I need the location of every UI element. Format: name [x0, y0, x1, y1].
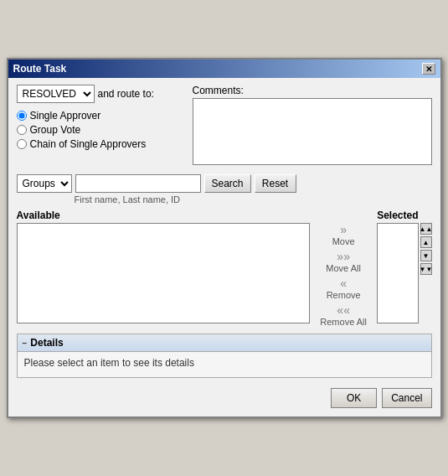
search-hint: First name, Last name, ID: [75, 194, 432, 204]
move-all-arrow: »»: [337, 250, 350, 263]
collapse-icon: −: [23, 339, 28, 348]
radio-chain[interactable]: Chain of Single Approvers: [17, 138, 184, 150]
route-task-dialog: Route Task ✕ RESOLVED PENDING APPROVED a…: [7, 58, 442, 418]
search-input[interactable]: [75, 174, 201, 193]
scroll-down-button[interactable]: ▼: [420, 250, 432, 261]
radio-group: Single Approver Group Vote Chain of Sing…: [17, 110, 184, 150]
resolve-select[interactable]: RESOLVED PENDING APPROVED: [17, 85, 95, 103]
radio-single-label: Single Approver: [30, 110, 101, 122]
right-panel: Comments:: [193, 85, 432, 168]
close-button[interactable]: ✕: [422, 63, 435, 75]
and-route-label: and route to:: [98, 88, 154, 100]
radio-single-approver[interactable]: Single Approver: [17, 110, 184, 122]
reset-button[interactable]: Reset: [255, 174, 296, 193]
selected-list[interactable]: [377, 223, 418, 323]
selected-label: Selected: [377, 210, 418, 221]
radio-chain-label: Chain of Single Approvers: [30, 138, 147, 150]
dialog-title: Route Task: [13, 63, 67, 75]
scroll-up-button[interactable]: ▲: [420, 236, 432, 248]
move-all-label: Move All: [326, 263, 361, 273]
move-label: Move: [332, 236, 355, 246]
search-button[interactable]: Search: [204, 174, 251, 193]
radio-group-vote[interactable]: Group Vote: [17, 124, 184, 136]
cancel-button[interactable]: Cancel: [382, 388, 431, 408]
details-body: Please select an item to see its details: [18, 352, 431, 377]
scroll-top-button[interactable]: ▲▲: [420, 223, 432, 235]
comments-label: Comments:: [193, 85, 432, 96]
move-button[interactable]: » Move: [332, 223, 355, 246]
selected-panel: Selected: [377, 210, 418, 323]
remove-arrow: «: [340, 277, 347, 290]
radio-group-label: Group Vote: [30, 124, 81, 136]
details-header[interactable]: − Details: [18, 334, 431, 352]
details-body-text: Please select an item to see its details: [24, 357, 194, 369]
right-scrollbar: ▲▲ ▲ ▼ ▼▼: [420, 210, 432, 275]
remove-label: Remove: [327, 290, 361, 300]
available-list[interactable]: [17, 223, 311, 323]
lists-section: Available » Move »» Move All « Remove ««: [17, 210, 432, 327]
remove-all-arrow: ««: [337, 303, 350, 317]
available-label: Available: [17, 210, 311, 221]
available-panel: Available: [17, 210, 311, 323]
details-section: − Details Please select an item to see i…: [17, 334, 432, 378]
comments-textarea[interactable]: [193, 98, 432, 165]
top-section: RESOLVED PENDING APPROVED and route to: …: [17, 85, 432, 168]
scroll-bottom-button[interactable]: ▼▼: [420, 263, 432, 275]
remove-button[interactable]: « Remove: [327, 277, 361, 300]
group-select[interactable]: Groups Users Roles: [17, 174, 72, 193]
move-all-button[interactable]: »» Move All: [326, 250, 361, 273]
details-header-label: Details: [30, 337, 63, 349]
move-arrow: »: [340, 223, 347, 236]
selected-wrapper: Selected ▲▲ ▲ ▼ ▼▼: [377, 210, 431, 323]
ok-button[interactable]: OK: [331, 388, 377, 408]
bottom-row: OK Cancel: [17, 385, 432, 410]
dialog-body: RESOLVED PENDING APPROVED and route to: …: [8, 78, 440, 416]
remove-all-button[interactable]: «« Remove All: [320, 303, 367, 327]
remove-all-label: Remove All: [320, 317, 367, 327]
middle-buttons: » Move »» Move All « Remove «« Remove Al…: [310, 223, 377, 327]
left-panel: RESOLVED PENDING APPROVED and route to: …: [17, 85, 184, 168]
search-row: Groups Users Roles Search Reset: [17, 174, 432, 193]
resolve-row: RESOLVED PENDING APPROVED and route to:: [17, 85, 184, 103]
title-bar: Route Task ✕: [8, 60, 440, 78]
